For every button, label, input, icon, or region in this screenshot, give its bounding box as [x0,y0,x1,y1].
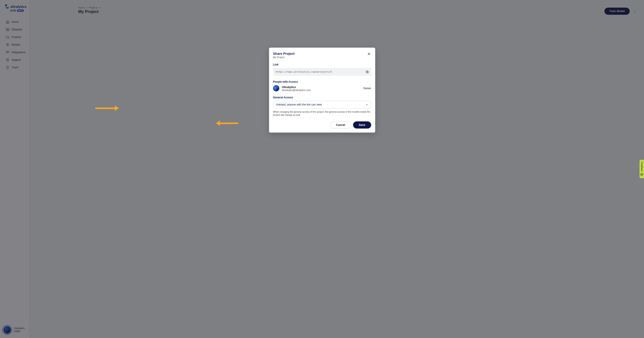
annotation-arrow-dropdown [95,106,119,111]
svg-point-10 [641,173,643,176]
close-icon [367,52,370,56]
copy-link-button[interactable] [366,70,369,74]
general-access-label: General Access [273,96,371,99]
feedback-tab[interactable]: Feedback [640,160,644,178]
copy-icon [366,70,369,74]
annotation-arrow-save [216,120,238,126]
share-link-field: https://hub.ultralytics.com/projects/X [273,68,371,76]
link-section-label: Link [273,63,371,66]
svg-rect-9 [366,71,368,73]
svg-point-12 [642,174,642,175]
share-link-value: https://hub.ultralytics.com/projects/X [276,70,332,73]
svg-rect-8 [366,71,368,73]
chevron-down-icon [366,103,368,106]
person-email: developer@ultralytics.com [282,89,311,92]
close-button[interactable] [366,52,371,56]
save-button[interactable]: Save [353,122,371,128]
modal-subtitle: My Project [273,56,294,58]
svg-point-11 [642,174,642,174]
feedback-label: Feedback [641,162,643,172]
share-project-modal: Share Project My Project Link https://hu… [269,48,375,132]
cancel-button[interactable]: Cancel [330,122,352,128]
person-role: Owner [363,87,371,90]
person-name: Ultralytics [282,86,311,89]
dropdown-value: Unlisted, anyone with the link can view [276,103,322,106]
modal-title: Share Project [273,52,294,56]
person-avatar-icon [273,85,279,92]
smiley-icon [640,173,643,176]
person-row: Ultralytics developer@ultralytics.com Ow… [273,85,371,92]
general-access-helper: When changing the general access of the … [273,110,371,116]
general-access-dropdown[interactable]: Unlisted, anyone with the link can view [273,101,371,108]
people-section-label: People with Access [273,80,371,84]
